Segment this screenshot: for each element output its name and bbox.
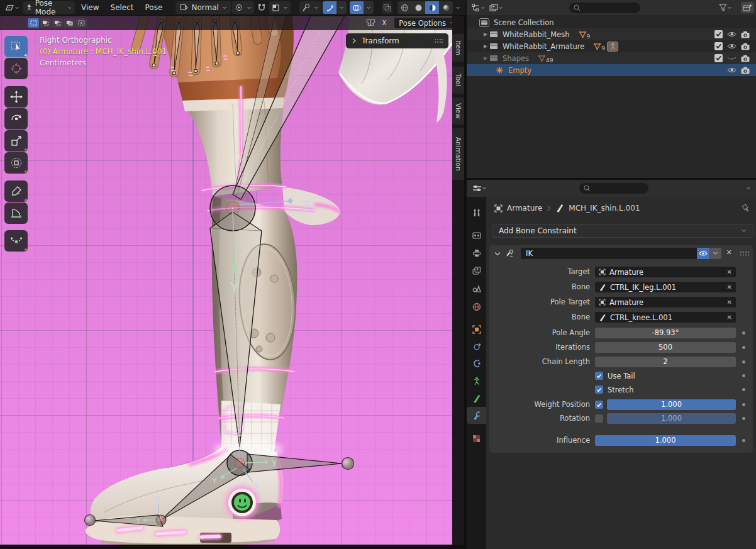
pole-bone-field[interactable]: CTRL_knee.L.001✕ <box>595 312 736 323</box>
use-tail-checkbox[interactable] <box>595 372 603 380</box>
outliner-row-scene-collection[interactable]: Scene Collection <box>467 16 756 28</box>
mode-dropdown[interactable]: Pose Mode <box>23 1 75 14</box>
shading-dropdown[interactable] <box>453 1 463 14</box>
tab-physics[interactable] <box>467 338 486 355</box>
breadcrumb-bone[interactable]: MCH_IK_shin.L.001 <box>569 204 640 213</box>
sidebar-tab-item[interactable]: Item <box>452 34 464 62</box>
3d-viewport[interactable]: Z Y Z Y Y Z Y Z <box>0 16 464 545</box>
constraint-name-field[interactable]: IK <box>521 248 697 259</box>
animate-dot[interactable] <box>742 374 745 377</box>
tool-cursor[interactable] <box>4 58 28 79</box>
tool-move[interactable] <box>4 86 28 108</box>
heel-target-sphere[interactable] <box>342 458 354 470</box>
gizmo-dropdown[interactable] <box>336 1 347 14</box>
tool-scale[interactable] <box>4 130 28 152</box>
constraint-delete-button[interactable]: ✕ <box>725 248 733 257</box>
animate-dot[interactable] <box>742 360 745 363</box>
shading-rendered-button[interactable] <box>439 1 453 14</box>
animate-dot[interactable] <box>742 403 745 406</box>
camera-icon[interactable] <box>741 55 750 62</box>
outliner-editor-type-button[interactable] <box>470 1 487 14</box>
camera-icon[interactable] <box>741 31 750 38</box>
outliner-filter-dropdown[interactable] <box>717 1 734 14</box>
tab-scene[interactable] <box>467 280 486 297</box>
disclosure-triangle[interactable]: ▶ <box>482 43 489 49</box>
transform-panel-header[interactable]: Transform <box>346 33 448 48</box>
checkbox-checked-icon[interactable] <box>714 42 723 50</box>
clear-icon[interactable]: ✕ <box>727 269 732 275</box>
chain-length-field[interactable]: 2 <box>595 357 736 367</box>
add-bone-constraint-button[interactable]: Add Bone Constraint <box>492 224 753 238</box>
tab-bone-constraints[interactable] <box>467 407 486 424</box>
iterations-field[interactable]: 500 <box>595 342 736 353</box>
sidebar-tab-view[interactable]: View <box>452 97 464 125</box>
tool-transform[interactable] <box>4 152 28 174</box>
properties-options-dropdown[interactable] <box>746 187 751 190</box>
weight-position-checkbox[interactable] <box>595 401 603 409</box>
menu-pose[interactable]: Pose <box>140 3 168 12</box>
select-mode-extend-button[interactable] <box>40 18 51 28</box>
checkbox-checked-icon[interactable] <box>714 54 723 62</box>
shading-solid-button[interactable] <box>411 1 425 14</box>
expand-chevron-icon[interactable] <box>494 252 501 256</box>
select-mode-invert-button[interactable] <box>64 18 75 28</box>
new-collection-button[interactable] <box>741 2 754 13</box>
3d-viewport-canvas[interactable]: Z Y Z Y Y Z Y Z <box>0 16 452 545</box>
outliner-display-mode-dropdown[interactable] <box>487 1 505 14</box>
select-mode-subtract-button[interactable] <box>52 18 63 28</box>
tool-measure[interactable] <box>4 202 28 224</box>
eye-icon[interactable] <box>727 43 737 50</box>
disclosure-triangle[interactable]: ▶ <box>482 55 489 61</box>
pin-icon[interactable] <box>742 204 750 213</box>
toe-target-sphere[interactable] <box>85 515 96 526</box>
xray-toggle[interactable] <box>382 1 392 14</box>
menu-view[interactable]: View <box>76 3 104 12</box>
outliner-row-shapes-collection[interactable]: ▶ Shapes 49 <box>467 52 756 64</box>
eye-icon[interactable] <box>727 31 737 38</box>
outliner-search-input[interactable] <box>569 3 640 13</box>
pivot-point-dropdown[interactable] <box>232 1 254 14</box>
sidebar-tab-tool[interactable]: Tool <box>452 67 464 94</box>
animate-dot[interactable] <box>742 417 745 420</box>
object-visibility-dropdown[interactable] <box>299 1 321 14</box>
snap-toggle[interactable] <box>255 1 268 14</box>
select-mode-intersect-button[interactable] <box>75 18 87 28</box>
tool-annotate[interactable] <box>4 180 28 202</box>
gizmo-toggle[interactable] <box>323 1 336 14</box>
disclosure-triangle[interactable]: ▶ <box>482 31 489 37</box>
select-mode-new-button[interactable] <box>28 18 39 28</box>
outliner-row-empty[interactable]: Empty <box>467 64 756 76</box>
tab-tool[interactable] <box>467 204 486 221</box>
outliner-row-mesh-collection[interactable]: ▶ WhiteRabbit_Mesh 9 <box>467 28 756 40</box>
editor-type-button[interactable] <box>3 1 21 14</box>
animate-dot[interactable] <box>742 331 745 335</box>
overlays-dropdown[interactable] <box>364 1 374 14</box>
tab-view-layer[interactable] <box>467 262 486 279</box>
camera-icon[interactable] <box>741 67 750 74</box>
constraint-extras-dropdown[interactable] <box>709 248 721 259</box>
tab-bone[interactable] <box>467 390 486 407</box>
eye-icon[interactable] <box>727 67 737 74</box>
shading-material-button[interactable] <box>425 1 439 14</box>
eye-closed-icon[interactable] <box>727 55 737 62</box>
stretch-checkbox[interactable] <box>595 385 603 394</box>
pose-options-dropdown[interactable]: Pose Options <box>394 18 459 28</box>
sidebar-tab-animation[interactable]: Animation <box>452 128 464 180</box>
tool-pose-breakdowner[interactable] <box>4 230 28 252</box>
rotation-slider[interactable]: 1.000 <box>607 413 736 424</box>
tab-texture[interactable] <box>467 430 486 447</box>
pole-angle-field[interactable]: -89.93° <box>595 328 736 338</box>
drag-handle-icon[interactable] <box>434 38 443 43</box>
tab-world[interactable] <box>467 298 486 315</box>
pole-target-field[interactable]: Armature✕ <box>595 297 736 308</box>
constraint-visibility-toggle[interactable] <box>697 248 709 259</box>
animate-dot[interactable] <box>742 388 745 391</box>
properties-editor-type-button[interactable] <box>470 182 489 195</box>
clear-icon[interactable]: ✕ <box>727 284 732 291</box>
clear-icon[interactable]: ✕ <box>727 299 732 306</box>
influence-slider[interactable]: 1.000 <box>595 435 736 446</box>
menu-select[interactable]: Select <box>106 3 139 12</box>
tab-render[interactable] <box>467 226 486 243</box>
tab-object-data-armature[interactable] <box>467 372 486 389</box>
tab-output[interactable] <box>467 245 486 262</box>
